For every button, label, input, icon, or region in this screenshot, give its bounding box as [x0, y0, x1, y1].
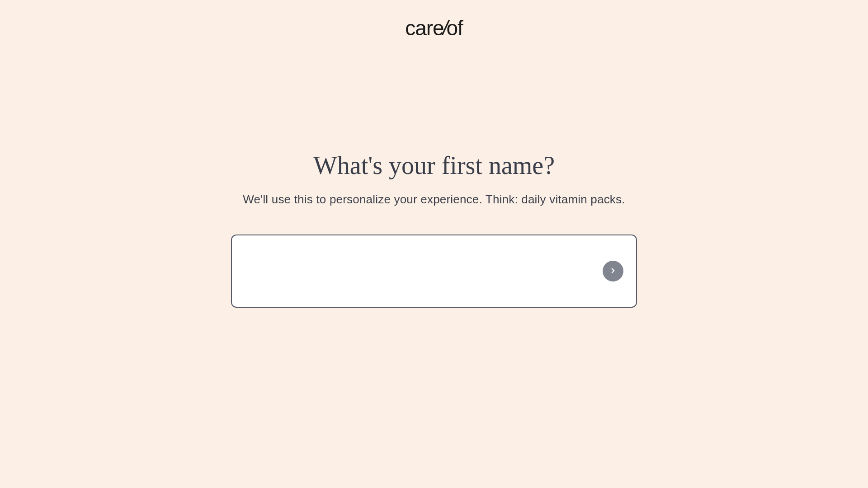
- logo-text-of: of: [446, 16, 462, 40]
- question-title: What's your first name?: [313, 151, 555, 180]
- chevron-right-icon: [609, 267, 617, 276]
- main-content: What's your first name? We'll use this t…: [0, 151, 868, 308]
- next-button[interactable]: [603, 261, 623, 282]
- brand-logo: care/of: [405, 16, 463, 40]
- logo-text-care: care: [405, 16, 443, 40]
- first-name-input[interactable]: [248, 235, 603, 307]
- header: care/of: [0, 0, 868, 40]
- name-input-container: [231, 235, 637, 308]
- question-subtitle: We'll use this to personalize your exper…: [243, 192, 625, 206]
